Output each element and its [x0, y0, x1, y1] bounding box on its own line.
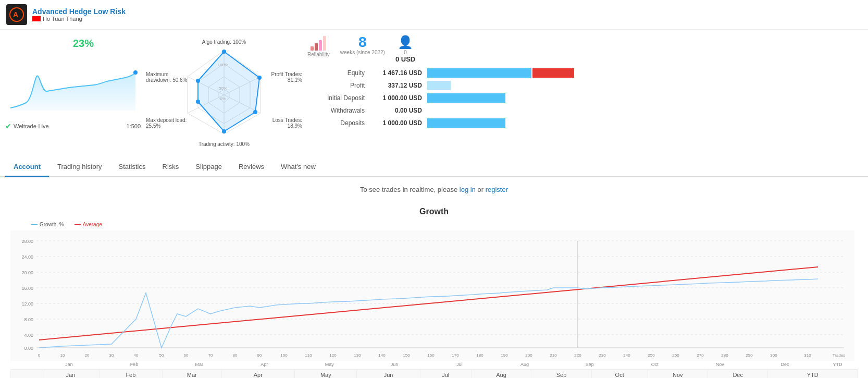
col-aug: Aug: [471, 370, 531, 379]
radar-label-algo: Algo trading: 100%: [198, 39, 250, 45]
col-ytd: YTD: [768, 370, 858, 379]
svg-text:16.00: 16.00: [21, 286, 33, 291]
svg-text:310: 310: [804, 353, 811, 358]
profit-bar-blue: [427, 81, 451, 90]
svg-text:0: 0: [38, 353, 41, 358]
realtime-notice: To see trades in realtime, please log in…: [0, 177, 868, 202]
month-labels-row: Jan Feb Mar Apr May Jun Jul Aug Sep Oct …: [10, 362, 858, 367]
svg-text:60: 60: [184, 353, 189, 358]
equity-bar-blue: [427, 68, 531, 78]
col-jun: Jun: [357, 370, 420, 379]
col-nov: Nov: [648, 370, 708, 379]
svg-text:24.00: 24.00: [21, 254, 33, 260]
initial-row: Initial Deposit 1 000.00 USD: [307, 93, 863, 103]
mini-chart-percent: 23%: [73, 38, 94, 50]
tab-risks[interactable]: Risks: [154, 157, 188, 177]
broker-name: Weltrade-Live: [14, 123, 49, 129]
legend-growth: Growth, %: [31, 222, 64, 227]
tab-statistics[interactable]: Statistics: [110, 157, 154, 177]
rel-bar-4: [323, 36, 326, 51]
deposits-bar-wrap: [427, 118, 863, 128]
radar-label-drawdown: Maximum drawdown: 50.6%: [146, 71, 188, 83]
login-link[interactable]: log in: [460, 186, 476, 193]
svg-text:120: 120: [329, 353, 337, 358]
svg-text:130: 130: [354, 353, 361, 358]
month-may: May: [297, 362, 362, 367]
equity-bar: [427, 68, 863, 78]
svg-text:210: 210: [550, 353, 557, 358]
logo: A: [6, 4, 27, 25]
svg-text:90: 90: [257, 353, 262, 358]
mini-chart-footer: ✔ Weltrade-Live 1:500: [5, 122, 141, 130]
tab-reviews[interactable]: Reviews: [230, 157, 272, 177]
tab-account[interactable]: Account: [5, 157, 49, 177]
legend-red-line: [75, 224, 81, 225]
col-jul: Jul: [420, 370, 471, 379]
initial-bar-wrap: [427, 93, 863, 103]
svg-marker-10: [198, 52, 259, 131]
tab-trading-history[interactable]: Trading history: [49, 157, 110, 177]
tab-slippage[interactable]: Slippage: [187, 157, 230, 177]
tab-bar: Account Trading history Statistics Risks…: [0, 157, 868, 177]
withdrawals-value: 0.00 USD: [370, 107, 427, 114]
svg-text:200: 200: [525, 353, 532, 358]
svg-text:270: 270: [697, 353, 704, 358]
svg-text:12.00: 12.00: [21, 301, 33, 307]
header: A Advanced Hedge Low Risk Ho Tuan Thang: [0, 0, 868, 30]
register-link[interactable]: register: [486, 186, 508, 193]
profit-row: Profit 337.12 USD: [307, 81, 863, 90]
deposits-value: 1 000.00 USD: [370, 119, 427, 127]
monthly-table: Jan Feb Mar Apr May Jun Jul Aug Sep Oct …: [10, 369, 858, 378]
stats-area: Reliability 8 weeks (since 2022) 👤 0 0 U…: [307, 35, 863, 150]
profit-bar: [427, 81, 863, 90]
initial-bar-blue: [427, 93, 505, 103]
radar-label-profit-trades: Profit Trades: 81.1%: [255, 71, 302, 83]
account-title: Advanced Hedge Low Risk: [32, 7, 126, 16]
withdrawals-bar-wrap: [427, 106, 863, 115]
col-may: May: [295, 370, 357, 379]
mini-chart-area: 23% ✔ Weltrade-Live 1:500: [5, 35, 141, 150]
svg-text:300: 300: [770, 353, 777, 358]
deposits-row: Deposits 1 000.00 USD: [307, 118, 863, 128]
initial-bar: [427, 93, 863, 103]
month-sep: Sep: [557, 362, 622, 367]
tab-whats-new[interactable]: What's new: [272, 157, 324, 177]
col-feb: Feb: [99, 370, 162, 379]
deposits-label: Deposits: [307, 119, 370, 127]
month-mar: Mar: [167, 362, 232, 367]
svg-text:20.00: 20.00: [21, 270, 33, 275]
reliability-block: Reliability: [307, 35, 330, 57]
radar-svg: 0% 50% 100%: [146, 35, 302, 150]
weeks-block: 8 weeks (since 2022): [340, 35, 385, 55]
month-nov: Nov: [687, 362, 752, 367]
month-jul: Jul: [427, 362, 492, 367]
initial-value: 1 000.00 USD: [370, 94, 427, 102]
svg-point-11: [222, 50, 226, 54]
svg-text:0.00: 0.00: [24, 346, 33, 351]
stats-top: Reliability 8 weeks (since 2022) 👤 0 0 U…: [307, 35, 863, 63]
users-icon: 👤: [398, 35, 413, 50]
svg-text:180: 180: [476, 353, 483, 358]
radar-label-loss-trades: Loss Trades: 18.9%: [261, 117, 302, 129]
legend-average: Average: [75, 222, 102, 227]
month-jun: Jun: [362, 362, 427, 367]
radar-area: 0% 50% 100% Algo trading: 100% Maximum d…: [146, 35, 302, 150]
growth-chart-wrap: 28.00 24.00 20.00 16.00 12.00 8.00 4.00 …: [10, 230, 858, 361]
col-year: [11, 370, 42, 379]
withdrawals-row: Withdrawals 0.00 USD: [307, 106, 863, 115]
svg-text:20: 20: [85, 353, 90, 358]
check-icon: ✔: [5, 122, 11, 130]
svg-point-15: [196, 100, 200, 104]
svg-text:110: 110: [305, 353, 312, 358]
svg-text:170: 170: [452, 353, 459, 358]
users-zero: 0: [404, 50, 407, 55]
leverage-value: 1:500: [126, 123, 141, 129]
main-content: 23% ✔ Weltrade-Live 1:500: [0, 30, 868, 155]
svg-text:50: 50: [159, 353, 164, 358]
rel-bar-1: [311, 46, 314, 51]
col-jan: Jan: [42, 370, 100, 379]
account-subtitle: Ho Tuan Thang: [32, 16, 126, 22]
month-aug: Aug: [492, 362, 557, 367]
svg-point-2: [133, 70, 138, 75]
equity-bar-red: [532, 68, 574, 78]
